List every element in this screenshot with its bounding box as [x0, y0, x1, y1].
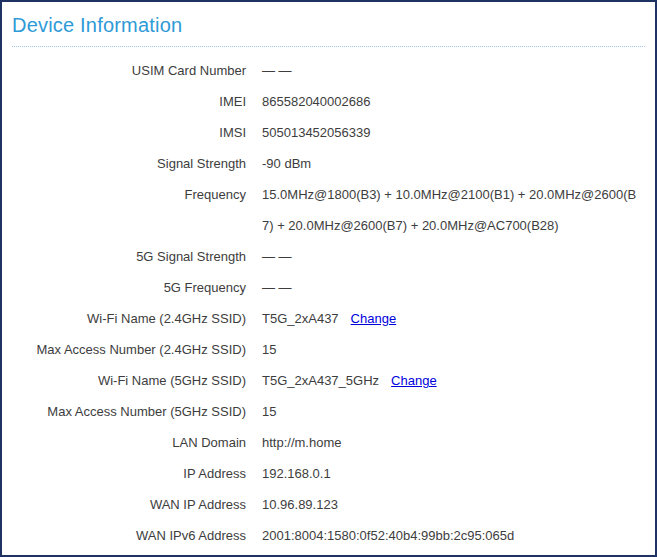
- info-row: Frequency15.0MHz@1800(B3) + 10.0MHz@2100…: [2, 179, 655, 241]
- row-label: Frequency: [2, 179, 246, 210]
- row-label: Max Access Number (2.4GHz SSID): [2, 334, 246, 365]
- row-label: Signal Strength: [2, 148, 246, 179]
- row-value-text: 15: [262, 342, 276, 357]
- info-row: WAN IPv6 Address2001:8004:1580:0f52:40b4…: [2, 520, 655, 551]
- row-value: T5G_2xA437_5GHzChange: [262, 365, 640, 396]
- row-value-text: -90 dBm: [262, 156, 311, 171]
- info-row: IMEI865582040002686: [2, 86, 655, 117]
- row-value: T5G_2xA437Change: [262, 303, 640, 334]
- row-label: USIM Card Number: [2, 55, 246, 86]
- row-value: 15: [262, 396, 640, 427]
- info-row: Max Access Number (2.4GHz SSID)15: [2, 334, 655, 365]
- row-value-text: 192.168.0.1: [262, 466, 331, 481]
- row-value: 505013452056339: [262, 117, 640, 148]
- row-value-text: 15: [262, 404, 276, 419]
- row-value-text: 505013452056339: [262, 125, 370, 140]
- change-link[interactable]: Change: [351, 311, 397, 326]
- change-link[interactable]: Change: [391, 373, 437, 388]
- info-row: Wi-Fi Name (5GHz SSID)T5G_2xA437_5GHzCha…: [2, 365, 655, 396]
- page-title: Device Information: [12, 12, 645, 38]
- row-label: Wi-Fi Name (2.4GHz SSID): [2, 303, 246, 334]
- row-label: LAN Domain: [2, 427, 246, 458]
- row-label: IMEI: [2, 86, 246, 117]
- row-label: IMSI: [2, 117, 246, 148]
- row-value: http://m.home: [262, 427, 640, 458]
- row-value: 865582040002686: [262, 86, 640, 117]
- info-row: Wi-Fi Name (2.4GHz SSID)T5G_2xA437Change: [2, 303, 655, 334]
- info-row: 5G Signal Strength— —: [2, 241, 655, 272]
- row-label: Wi-Fi Name (5GHz SSID): [2, 365, 246, 396]
- info-row: IP Address192.168.0.1: [2, 458, 655, 489]
- row-value-text: — —: [262, 280, 292, 295]
- row-value: -90 dBm: [262, 148, 640, 179]
- row-label: 5G Frequency: [2, 272, 246, 303]
- row-label: WAN IP Address: [2, 489, 246, 520]
- device-information-page: Device Information USIM Card Number— —IM…: [0, 0, 657, 557]
- info-row: LAN Domainhttp://m.home: [2, 427, 655, 458]
- row-label: WAN IPv6 Address: [2, 520, 246, 551]
- row-value: 2001:8004:1580:0f52:40b4:99bb:2c95:065d: [262, 520, 640, 551]
- row-value-text: 865582040002686: [262, 94, 370, 109]
- row-label: IP Address: [2, 458, 246, 489]
- info-row: Signal Strength-90 dBm: [2, 148, 655, 179]
- row-value-text: T5G_2xA437_5GHz: [262, 373, 379, 388]
- row-value-text: 10.96.89.123: [262, 497, 338, 512]
- row-value-text: http://m.home: [262, 435, 341, 450]
- row-value: 10.96.89.123: [262, 489, 640, 520]
- row-value-text: T5G_2xA437: [262, 311, 339, 326]
- row-value-text: — —: [262, 249, 292, 264]
- page-header: Device Information: [2, 2, 655, 47]
- row-value: — —: [262, 272, 640, 303]
- info-row: WAN IP Address10.96.89.123: [2, 489, 655, 520]
- info-row: Max Access Number (5GHz SSID)15: [2, 396, 655, 427]
- row-label: 5G Signal Strength: [2, 241, 246, 272]
- row-value: — —: [262, 241, 640, 272]
- row-value-text: — —: [262, 63, 292, 78]
- info-rows: USIM Card Number— —IMEI865582040002686IM…: [2, 47, 655, 551]
- row-value-text: 15.0MHz@1800(B3) + 10.0MHz@2100(B1) + 20…: [262, 187, 636, 233]
- row-value: — —: [262, 55, 640, 86]
- row-value: 192.168.0.1: [262, 458, 640, 489]
- info-row: IMSI505013452056339: [2, 117, 655, 148]
- row-value-text: 2001:8004:1580:0f52:40b4:99bb:2c95:065d: [262, 528, 514, 543]
- row-value: 15: [262, 334, 640, 365]
- row-label: Max Access Number (5GHz SSID): [2, 396, 246, 427]
- info-row: 5G Frequency— —: [2, 272, 655, 303]
- row-value: 15.0MHz@1800(B3) + 10.0MHz@2100(B1) + 20…: [262, 179, 640, 241]
- info-row: USIM Card Number— —: [2, 55, 655, 86]
